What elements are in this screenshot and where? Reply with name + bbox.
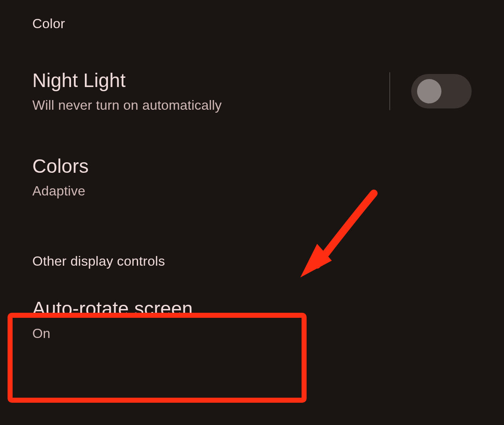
section-header-other-display: Other display controls — [0, 253, 504, 269]
settings-display-section: Color Night Light Will never turn on aut… — [0, 0, 504, 341]
setting-colors-title: Colors — [32, 155, 472, 177]
setting-night-light-title: Night Light — [32, 69, 389, 92]
setting-night-light-subtitle: Will never turn on automatically — [32, 98, 389, 113]
setting-auto-rotate-subtitle: On — [32, 326, 472, 341]
divider-vertical — [389, 72, 390, 110]
section-header-color: Color — [0, 0, 504, 32]
setting-auto-rotate-title: Auto-rotate screen — [32, 298, 472, 320]
night-light-toggle[interactable] — [411, 74, 472, 108]
setting-colors-subtitle: Adaptive — [32, 183, 472, 199]
setting-colors[interactable]: Colors Adaptive — [0, 155, 504, 199]
night-light-toggle-container — [389, 72, 472, 110]
setting-night-light[interactable]: Night Light Will never turn on automatic… — [0, 69, 504, 113]
toggle-knob-icon — [417, 79, 441, 103]
setting-night-light-text: Night Light Will never turn on automatic… — [32, 69, 389, 113]
setting-auto-rotate[interactable]: Auto-rotate screen On — [0, 298, 504, 341]
